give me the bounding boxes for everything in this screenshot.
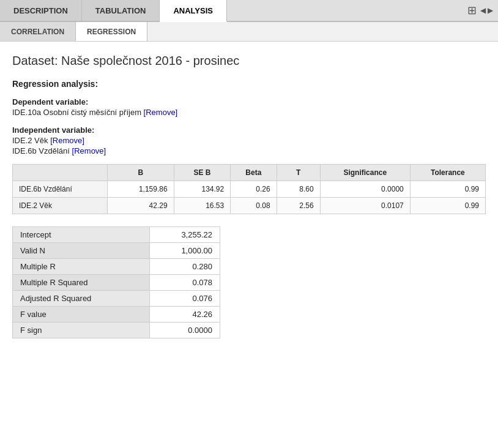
tab-description[interactable]: DESCRIPTION: [0, 0, 82, 21]
reg-row-sig: 0.0107: [320, 198, 410, 214]
stats-row-label: F value: [13, 307, 150, 323]
dependent-section: Dependent variable: IDE.10a Osobní čistý…: [12, 97, 486, 117]
stats-row-label: Multiple R: [13, 259, 150, 275]
remove-indep-1-link[interactable]: [Remove]: [50, 136, 84, 145]
stats-row-value: 3,255.22: [149, 227, 220, 243]
stats-table: Intercept 3,255.22 Valid N 1,000.00 Mult…: [12, 226, 220, 338]
stats-row-label: Multiple R Squared: [13, 275, 150, 291]
reg-row-seb: 134.92: [174, 181, 231, 198]
top-tab-bar: DESCRIPTION TABULATION ANALYSIS ⊞ ◀ ▶: [0, 0, 498, 22]
tab-analysis-label: ANALYSIS: [173, 6, 213, 15]
reg-row-beta: 0.26: [231, 181, 277, 198]
stats-table-row: Adjusted R Squared 0.076: [13, 291, 220, 307]
independent-label: Independent variable:: [12, 125, 486, 135]
stats-table-row: F value 42.26: [13, 307, 220, 323]
stats-table-row: Multiple R Squared 0.078: [13, 275, 220, 291]
regression-table: B SE B Beta T Significance Tolerance IDE…: [12, 164, 486, 214]
stats-table-row: Intercept 3,255.22: [13, 227, 220, 243]
reg-row-t: 8.60: [277, 181, 320, 198]
stats-row-value: 0.0000: [149, 323, 220, 338]
sub-tab-bar: CORRELATION REGRESSION: [0, 22, 498, 42]
subtab-correlation-label: CORRELATION: [11, 28, 64, 36]
stats-row-label: F sign: [13, 323, 150, 338]
stats-row-value: 1,000.00: [149, 243, 220, 259]
tab-spacer: ⊞ ◀ ▶: [227, 0, 498, 21]
stats-row-label: Adjusted R Squared: [13, 291, 150, 307]
reg-table-row: IDE.6b Vzdělání 1,159.86 134.92 0.26 8.6…: [13, 181, 486, 198]
reg-row-name: IDE.6b Vzdělání: [13, 181, 108, 198]
col-header-sig: Significance: [320, 165, 410, 181]
col-header-beta: Beta: [231, 165, 277, 181]
stats-row-label: Valid N: [13, 243, 150, 259]
stats-row-value: 0.076: [149, 291, 220, 307]
tab-analysis[interactable]: ANALYSIS: [160, 0, 227, 22]
subtab-correlation[interactable]: CORRELATION: [0, 22, 76, 41]
stats-row-label: Intercept: [13, 227, 150, 243]
stats-table-row: Multiple R 0.280: [13, 259, 220, 275]
reg-table-row: IDE.2 Věk 42.29 16.53 0.08 2.56 0.0107 0…: [13, 198, 486, 214]
tab-tabulation[interactable]: TABULATION: [82, 0, 160, 21]
col-header-tol: Tolerance: [410, 165, 485, 181]
reg-row-seb: 16.53: [174, 198, 231, 214]
indep-var-2-name: IDE.6b Vzdělání: [12, 146, 70, 155]
dependent-label: Dependent variable:: [12, 97, 486, 106]
reg-row-tol: 0.99: [410, 198, 485, 214]
remove-dependent-link[interactable]: [Remove]: [144, 108, 178, 117]
tab-tabulation-label: TABULATION: [95, 6, 146, 15]
reg-row-sig: 0.0000: [320, 181, 410, 198]
reg-row-tol: 0.99: [410, 181, 485, 198]
col-header-seb: SE B: [174, 165, 231, 181]
indep-var-1-name: IDE.2 Věk: [12, 136, 48, 145]
regression-label: Regression analysis:: [12, 79, 486, 89]
reg-row-beta: 0.08: [231, 198, 277, 214]
reg-row-name: IDE.2 Věk: [13, 198, 108, 214]
stats-row-value: 42.26: [149, 307, 220, 323]
subtab-regression[interactable]: REGRESSION: [76, 22, 147, 41]
stats-row-value: 0.280: [149, 259, 220, 275]
remove-indep-2-link[interactable]: [Remove]: [72, 146, 106, 155]
main-content: Dataset: Naše společnost 2016 - prosinec…: [0, 42, 498, 351]
stats-table-row: Valid N 1,000.00: [13, 243, 220, 259]
grid-icon: ⊞: [467, 4, 477, 17]
dependent-var-text: IDE.10a Osobní čistý měsíční příjem: [12, 108, 141, 117]
reg-row-b: 42.29: [108, 198, 174, 214]
dependent-value: IDE.10a Osobní čistý měsíční příjem [Rem…: [12, 108, 486, 117]
independent-var-2: IDE.6b Vzdělání [Remove]: [12, 146, 486, 155]
col-header-name: [13, 165, 108, 181]
tab-description-label: DESCRIPTION: [13, 6, 68, 15]
stats-table-row: F sign 0.0000: [13, 323, 220, 338]
col-header-t: T: [277, 165, 320, 181]
col-header-b: B: [108, 165, 174, 181]
reg-row-t: 2.56: [277, 198, 320, 214]
independent-var-1: IDE.2 Věk [Remove]: [12, 136, 486, 145]
independent-section: Independent variable: IDE.2 Věk [Remove]…: [12, 125, 486, 155]
reg-row-b: 1,159.86: [108, 181, 174, 198]
nav-arrows[interactable]: ◀ ▶: [480, 6, 493, 15]
stats-row-value: 0.078: [149, 275, 220, 291]
regression-section: Regression analysis:: [12, 79, 486, 89]
dataset-title: Dataset: Naše společnost 2016 - prosinec: [12, 54, 486, 68]
subtab-regression-label: REGRESSION: [87, 28, 136, 36]
